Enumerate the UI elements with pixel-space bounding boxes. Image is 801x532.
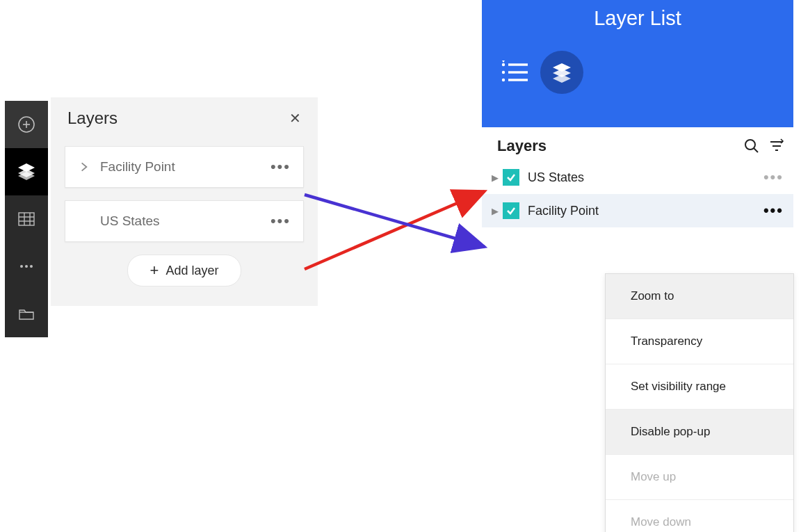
layer-list-header: Layers [482, 127, 793, 161]
svg-line-29 [305, 191, 485, 269]
menu-item-visibility-range[interactable]: Set visibility range [606, 364, 793, 410]
layer-more-icon[interactable]: ••• [270, 212, 291, 230]
sidebar-folder-button[interactable] [5, 290, 48, 337]
search-icon[interactable] [743, 138, 760, 154]
layer-actions-icon[interactable]: ••• [763, 168, 784, 186]
caret-right-icon[interactable] [78, 161, 90, 173]
widget-icon-row [482, 30, 793, 94]
list-icon[interactable] [500, 60, 531, 85]
layer-list-item[interactable]: ▶ US States ••• [482, 161, 793, 194]
layer-list-item[interactable]: ▶ Facility Point ••• [482, 194, 793, 227]
svg-line-30 [305, 195, 485, 247]
add-layer-button[interactable]: + Add layer [127, 255, 241, 287]
layers-icon [16, 161, 37, 182]
widget-layers-button[interactable] [540, 51, 583, 94]
layers-panel: Layers ✕ Facility Point ••• US States ••… [51, 97, 318, 306]
layer-card[interactable]: Facility Point ••• [65, 146, 304, 188]
layer-list-panel: Layers ▶ US States ••• ▶ Facility Point … [482, 127, 793, 227]
svg-rect-6 [19, 213, 34, 225]
filter-icon[interactable] [768, 138, 785, 154]
svg-point-24 [745, 140, 755, 150]
folder-icon [17, 305, 35, 323]
widget-title: Layer List [482, 0, 793, 30]
caret-right-icon[interactable]: ▶ [492, 206, 499, 216]
sidebar-layers-button[interactable] [5, 148, 48, 195]
menu-item-zoom-to[interactable]: Zoom to [606, 274, 793, 319]
menu-item-disable-popup[interactable]: Disable pop-up [606, 410, 793, 455]
caret-right-icon[interactable]: ▶ [492, 172, 499, 183]
layers-panel-header: Layers ✕ [51, 97, 318, 134]
layer-card[interactable]: US States ••• [65, 200, 304, 242]
plus-icon: + [150, 263, 159, 278]
visibility-checkbox[interactable] [503, 169, 519, 186]
layers-stack-icon [550, 61, 574, 84]
menu-item-move-down: Move down [606, 500, 793, 532]
widget-header: Layer List [482, 0, 793, 127]
layer-list-title: Layers [497, 137, 735, 155]
menu-item-move-up: Move up [606, 455, 793, 500]
svg-point-11 [20, 265, 23, 268]
svg-point-19 [502, 79, 505, 81]
app-sidebar [5, 101, 48, 337]
layer-item-label: Facility Point [528, 204, 763, 218]
table-icon [17, 210, 35, 228]
layer-name: Facility Point [100, 159, 175, 175]
plus-circle-icon [17, 115, 36, 134]
ellipsis-icon [17, 257, 35, 275]
visibility-checkbox[interactable] [503, 202, 519, 219]
svg-point-13 [30, 265, 33, 268]
layer-item-label: US States [528, 170, 763, 185]
close-icon[interactable]: ✕ [289, 110, 301, 127]
layer-card-row: US States ••• [65, 201, 303, 241]
layer-name: US States [100, 213, 160, 229]
svg-point-17 [502, 71, 505, 74]
layer-card-row: Facility Point ••• [65, 147, 303, 187]
svg-line-25 [754, 148, 758, 152]
add-layer-label: Add layer [165, 264, 218, 278]
svg-marker-23 [553, 74, 571, 83]
sidebar-add-button[interactable] [5, 101, 48, 148]
layer-more-icon[interactable]: ••• [270, 158, 291, 176]
layers-panel-title: Layers [67, 108, 118, 128]
layer-actions-icon[interactable]: ••• [763, 202, 784, 220]
layer-context-menu: Zoom to Transparency Set visibility rang… [605, 273, 794, 532]
menu-item-transparency[interactable]: Transparency [606, 319, 793, 364]
sidebar-more-button[interactable] [5, 243, 48, 290]
sidebar-table-button[interactable] [5, 195, 48, 243]
svg-point-15 [502, 63, 505, 66]
svg-point-12 [25, 265, 28, 268]
